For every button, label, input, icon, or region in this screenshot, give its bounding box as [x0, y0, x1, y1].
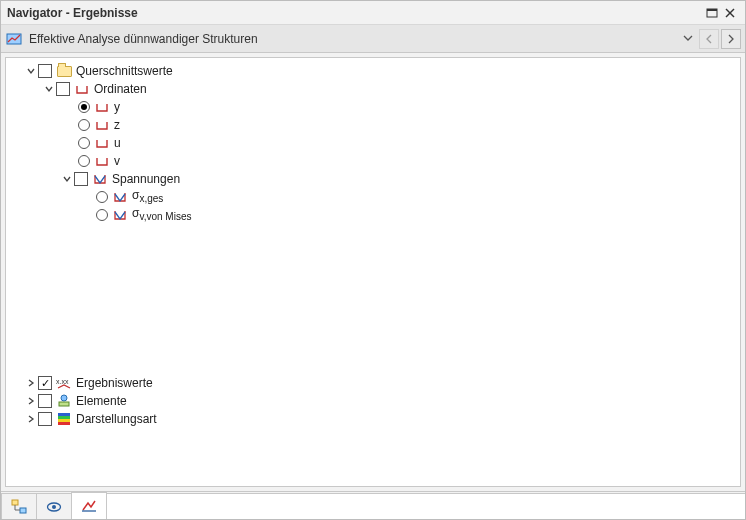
svg-point-15	[52, 505, 56, 509]
node-label: u	[114, 134, 121, 152]
section-icon	[74, 81, 90, 97]
chevron-right-icon	[26, 378, 36, 388]
tree-node-ord-v[interactable]: v	[6, 152, 740, 170]
tab-display-navigator[interactable]	[36, 493, 72, 519]
checkbox[interactable]	[38, 64, 52, 78]
radio[interactable]	[78, 155, 90, 167]
radio[interactable]	[96, 209, 108, 221]
checkbox[interactable]	[38, 412, 52, 426]
results-tree[interactable]: Querschnittswerte Ordinaten y z	[5, 57, 741, 487]
chevron-down-icon	[683, 33, 693, 43]
node-label: Ordinaten	[94, 80, 147, 98]
tab-data-navigator[interactable]	[1, 493, 37, 519]
analysis-dropdown[interactable]	[683, 32, 693, 46]
close-button[interactable]	[721, 4, 739, 22]
node-label: σv,von Mises	[132, 204, 191, 226]
node-label: Querschnittswerte	[76, 62, 173, 80]
svg-rect-10	[58, 419, 70, 422]
svg-rect-8	[58, 413, 70, 416]
svg-rect-9	[58, 416, 70, 419]
checkbox[interactable]	[56, 82, 70, 96]
stress-icon	[112, 189, 128, 205]
tab-results-navigator[interactable]	[71, 492, 107, 519]
chevron-right-icon	[727, 34, 735, 44]
analysis-label[interactable]: Effektive Analyse dünnwandiger Strukture…	[29, 32, 683, 46]
elements-icon	[56, 393, 72, 409]
dock-icon	[706, 7, 718, 19]
bottom-tabs	[1, 491, 745, 519]
chevron-left-icon	[705, 34, 713, 44]
node-label: Elemente	[76, 392, 127, 410]
section-icon	[94, 99, 110, 115]
tree-node-ord-y[interactable]: y	[6, 98, 740, 116]
expander[interactable]	[24, 414, 38, 424]
radio[interactable]	[78, 119, 90, 131]
radio[interactable]	[96, 191, 108, 203]
chevron-down-icon	[44, 84, 54, 94]
svg-rect-12	[12, 500, 18, 505]
tree-node-ordinaten[interactable]: Ordinaten	[6, 80, 740, 98]
radio[interactable]	[78, 101, 90, 113]
node-label: Ergebniswerte	[76, 374, 153, 392]
panel-titlebar: Navigator - Ergebnisse	[1, 1, 745, 25]
tree-node-querschnittswerte[interactable]: Querschnittswerte	[6, 62, 740, 80]
chevron-right-icon	[26, 414, 36, 424]
checkbox[interactable]	[74, 172, 88, 186]
tree-node-spannungen[interactable]: Spannungen	[6, 170, 740, 188]
svg-rect-7	[59, 402, 69, 406]
dock-button[interactable]	[703, 4, 721, 22]
eye-icon	[46, 499, 62, 515]
expander[interactable]	[24, 378, 38, 388]
section-icon	[94, 153, 110, 169]
stress-icon	[112, 207, 128, 223]
tree-node-sigma-xges[interactable]: σx,ges	[6, 188, 740, 206]
prev-analysis-button[interactable]	[699, 29, 719, 49]
radio[interactable]	[78, 137, 90, 149]
svg-rect-13	[20, 508, 26, 513]
close-icon	[725, 8, 735, 18]
results-icon	[81, 498, 97, 514]
svg-text:x.xx: x.xx	[56, 378, 69, 385]
expander[interactable]	[24, 396, 38, 406]
panel-title: Navigator - Ergebnisse	[7, 6, 138, 20]
node-label: v	[114, 152, 120, 170]
tree-node-sigma-vonmises[interactable]: σv,von Mises	[6, 206, 740, 224]
chevron-down-icon	[26, 66, 36, 76]
tree-node-darstellungsart[interactable]: Darstellungsart	[6, 410, 740, 428]
tree-node-ord-z[interactable]: z	[6, 116, 740, 134]
analysis-icon	[5, 30, 23, 48]
svg-rect-1	[707, 9, 717, 11]
expander[interactable]	[24, 66, 38, 76]
tabs-empty-area	[106, 493, 745, 519]
section-icon	[94, 117, 110, 133]
svg-rect-11	[58, 422, 70, 425]
folder-icon	[56, 63, 72, 79]
node-label: Darstellungsart	[76, 410, 157, 428]
svg-point-6	[61, 395, 67, 401]
chevron-right-icon	[26, 396, 36, 406]
next-analysis-button[interactable]	[721, 29, 741, 49]
colormap-icon	[56, 411, 72, 427]
tree-node-ord-u[interactable]: u	[6, 134, 740, 152]
analysis-header: Effektive Analyse dünnwandiger Strukture…	[1, 25, 745, 53]
tree-node-ergebniswerte[interactable]: x.xx Ergebniswerte	[6, 374, 740, 392]
expander[interactable]	[42, 84, 56, 94]
checkbox[interactable]	[38, 376, 52, 390]
node-label: y	[114, 98, 120, 116]
stress-icon	[92, 171, 108, 187]
checkbox[interactable]	[38, 394, 52, 408]
values-icon: x.xx	[56, 375, 72, 391]
node-label: z	[114, 116, 120, 134]
section-icon	[94, 135, 110, 151]
tree-node-elemente[interactable]: Elemente	[6, 392, 740, 410]
data-tree-icon	[11, 499, 27, 515]
expander[interactable]	[60, 174, 74, 184]
chevron-down-icon	[62, 174, 72, 184]
